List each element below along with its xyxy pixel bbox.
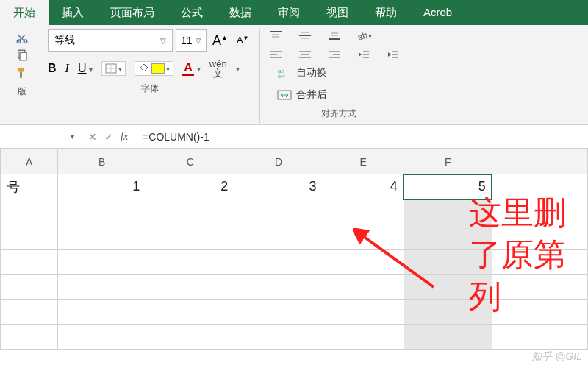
row-5[interactable] — [1, 275, 588, 300]
name-box[interactable]: ▾ — [0, 125, 79, 148]
cell[interactable] — [1, 199, 58, 224]
row-4[interactable] — [1, 250, 588, 275]
cell-F1[interactable]: 5 — [404, 174, 492, 199]
orientation-icon[interactable]: ab▾ — [356, 29, 372, 41]
align-middle-icon[interactable] — [297, 29, 313, 41]
cell-A1[interactable]: 号 — [1, 174, 58, 199]
chevron-down-icon: ▽ — [196, 37, 201, 45]
watermark: 知乎 @GIL — [531, 350, 582, 364]
tab-data[interactable]: 数据 — [216, 0, 265, 25]
col-header-A[interactable]: A — [1, 149, 58, 174]
tab-review[interactable]: 审阅 — [265, 0, 313, 25]
col-header-C[interactable]: C — [146, 149, 234, 174]
tab-help[interactable]: 帮助 — [362, 0, 410, 25]
ribbon: 版 等线 ▽ 11 ▽ A▲ A▼ B I U ▾ ▾ ▾ — [0, 25, 588, 125]
menu-tabs: 开始 插入 页面布局 公式 数据 审阅 视图 帮助 Acrob — [0, 0, 588, 25]
formula-bar: ▾ ✕ ✓ fx =COLUMN()-1 — [0, 125, 588, 149]
clipboard-label: 版 — [18, 85, 26, 98]
copy-icon[interactable] — [15, 49, 29, 62]
tab-view[interactable]: 视图 — [313, 0, 362, 25]
bold-button[interactable]: B — [48, 62, 57, 75]
chevron-down-icon: ▾ — [368, 32, 372, 40]
increase-indent-icon[interactable] — [385, 49, 401, 60]
col-header-E[interactable]: E — [323, 149, 404, 174]
cut-icon[interactable] — [15, 31, 29, 44]
group-font: 等线 ▽ 11 ▽ A▲ A▼ B I U ▾ ▾ ▾ A ▾ wén文▾ 字体 — [40, 29, 260, 123]
row-7[interactable] — [1, 325, 588, 350]
align-left-icon[interactable] — [268, 49, 284, 60]
chevron-down-icon[interactable]: ▾ — [236, 65, 240, 73]
align-right-icon[interactable] — [326, 49, 343, 60]
formula-input[interactable]: =COLUMN()-1 — [137, 131, 215, 143]
chevron-down-icon: ▾ — [197, 65, 201, 73]
font-name-select[interactable]: 等线 ▽ — [48, 29, 173, 52]
chevron-down-icon: ▾ — [71, 132, 74, 141]
wrap-text-label: 自动换 — [296, 66, 327, 79]
chevron-down-icon: ▾ — [166, 65, 170, 73]
worksheet-grid[interactable]: A B C D E F 号 1 2 3 4 5 — [0, 149, 588, 350]
font-color-button[interactable]: A ▾ — [182, 62, 200, 76]
grow-font-icon[interactable]: A▲ — [209, 33, 231, 49]
merge-label: 合并后 — [296, 88, 327, 102]
svg-rect-3 — [20, 52, 26, 60]
cell-G1[interactable] — [492, 174, 587, 199]
chevron-down-icon: ▽ — [160, 37, 166, 45]
tab-layout[interactable]: 页面布局 — [97, 0, 168, 25]
underline-button[interactable]: U — [78, 62, 87, 74]
cell-E1[interactable]: 4 — [323, 174, 404, 199]
format-painter-icon[interactable] — [15, 66, 29, 79]
chevron-down-icon[interactable]: ▾ — [89, 66, 93, 74]
borders-button[interactable]: ▾ — [101, 61, 126, 76]
italic-button[interactable]: I — [65, 62, 69, 75]
tab-formulas[interactable]: 公式 — [168, 0, 216, 25]
font-size-value: 11 — [181, 35, 193, 46]
merge-cells-button[interactable]: 合并后 — [274, 87, 330, 103]
col-header-F[interactable]: F — [404, 149, 492, 174]
cancel-icon[interactable]: ✕ — [88, 131, 97, 143]
cell-B1[interactable]: 1 — [58, 174, 146, 199]
chevron-down-icon: ▾ — [118, 65, 122, 73]
row-2[interactable] — [1, 199, 588, 224]
group-clipboard: 版 — [4, 29, 40, 123]
fx-icon[interactable]: fx — [121, 131, 128, 143]
cell-C1[interactable]: 2 — [146, 174, 234, 199]
col-header-B[interactable]: B — [58, 149, 146, 174]
column-headers[interactable]: A B C D E F — [1, 149, 588, 174]
wrap-text-button[interactable]: abc↵ 自动换 — [274, 65, 330, 81]
font-group-label: 字体 — [141, 82, 159, 95]
font-name-value: 等线 — [54, 34, 75, 47]
align-bottom-icon[interactable] — [326, 29, 343, 41]
font-size-select[interactable]: 11 ▽ — [176, 29, 207, 52]
row-6[interactable] — [1, 300, 588, 325]
col-header-G[interactable] — [492, 149, 587, 174]
shrink-font-icon[interactable]: A▼ — [234, 35, 252, 46]
align-top-icon[interactable] — [268, 29, 284, 41]
align-center-icon[interactable] — [297, 49, 313, 60]
col-header-D[interactable]: D — [234, 149, 323, 174]
tab-start[interactable]: 开始 — [0, 0, 49, 25]
svg-text:ab: ab — [356, 29, 368, 41]
row-3[interactable] — [1, 224, 588, 250]
group-alignment: ab▾ abc↵ 自动换 合并后 — [260, 29, 417, 123]
phonetic-guide-button[interactable]: wén文 — [209, 59, 227, 78]
row-1[interactable]: 号 1 2 3 4 5 — [1, 174, 588, 199]
tab-acrobat[interactable]: Acrob — [410, 0, 465, 25]
tab-insert[interactable]: 插入 — [49, 0, 97, 25]
fill-color-button[interactable]: ▾ — [135, 61, 173, 76]
cell-D1[interactable]: 3 — [234, 174, 323, 199]
decrease-indent-icon[interactable] — [356, 49, 372, 60]
align-group-label: 对齐方式 — [321, 107, 356, 120]
svg-text:c↵: c↵ — [278, 73, 286, 79]
enter-icon[interactable]: ✓ — [104, 131, 113, 143]
